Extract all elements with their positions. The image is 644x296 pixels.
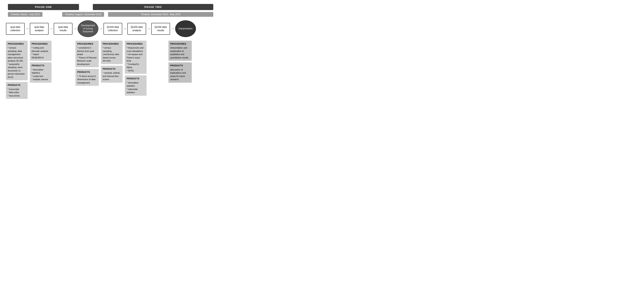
- phase-one-header: PHASE ONE: [8, 4, 79, 10]
- node-quan-analysis: QUAN dataanalysis: [128, 23, 146, 35]
- phase-two-header: PHASE TWO: [93, 4, 213, 10]
- procedures-survey-dev: PROCEDURES * considered 3 themes from qu…: [76, 41, 99, 67]
- timeline-two-b: Timeline: December 2015 - May 2016: [108, 12, 213, 17]
- arrow-4: →: [98, 27, 104, 31]
- arrow-3: →: [72, 27, 78, 31]
- products-qual-analysis: PRODUCTS * descriptive statistics* coded…: [30, 62, 52, 82]
- products-qual-collect: PRODUCTS * transcripts* field notes* doc…: [6, 82, 28, 99]
- arrow-6: →: [146, 27, 151, 31]
- procedures-interpretation: PROCEDURES interpretation and explanatio…: [168, 41, 192, 61]
- procedures-quan-analysis: PROCEDURES * frequencies and cross tabul…: [125, 41, 146, 74]
- info-col-qual-collect: PROCEDURES * census sampling; data manag…: [6, 41, 28, 99]
- info-col-quan-analysis: PROCEDURES * frequencies and cross tabul…: [125, 41, 146, 96]
- diagram: PHASE ONE PHASE TWO Timeline: March - Ju…: [4, 4, 213, 99]
- node-qual-collection: qual datacollection: [6, 23, 25, 35]
- info-col-qual-analysis: PROCEDURES * coding and thematic analysi…: [30, 41, 52, 83]
- products-quan-collect: PRODUCTS * nominal, ordinal, and interva…: [101, 66, 123, 83]
- node-survey-dev: Developmentof SurveyInstument: [78, 20, 98, 37]
- info-col-interpretation: PROCEDURES interpretation and explanatio…: [168, 41, 192, 83]
- node-quan-collection: QUAN datacollection: [104, 23, 122, 35]
- arrow-5: →: [122, 27, 128, 31]
- procedures-quan-collect: PROCEDURES * census sampling; LimeSurvey…: [101, 41, 123, 64]
- products-interpretation: PRODUCTS discussion of implications and …: [168, 62, 192, 82]
- products-survey-dev: PRODUCTS * 72 items across 6 dimensions …: [76, 69, 99, 86]
- procedures-qual-analysis: PROCEDURES * coding and thematic analysi…: [30, 41, 52, 61]
- node-qual-analysis: qual dataanalysis: [30, 23, 48, 35]
- arrow-7: →: [170, 27, 175, 31]
- timeline-one: Timeline: March - July 2015: [8, 12, 42, 17]
- procedures-qual-collect: PROCEDURES * census sampling; data manag…: [6, 41, 28, 80]
- info-col-quan-collect: PROCEDURES * census sampling; LimeSurvey…: [101, 41, 123, 83]
- timeline-two-a: Timeline: August - November 2015: [62, 12, 104, 17]
- products-quan-analysis: PRODUCTS * descriptive statistics* infer…: [125, 75, 146, 95]
- node-interpretation: Interpretation: [175, 20, 196, 37]
- arrow-2: →: [48, 27, 54, 31]
- node-quan-results: QUAN dataresults: [151, 23, 170, 35]
- info-col-survey-dev: PROCEDURES * considered 3 themes from qu…: [76, 41, 99, 86]
- arrow-1: →: [25, 27, 30, 31]
- node-qual-results: qual dataresults: [54, 23, 72, 35]
